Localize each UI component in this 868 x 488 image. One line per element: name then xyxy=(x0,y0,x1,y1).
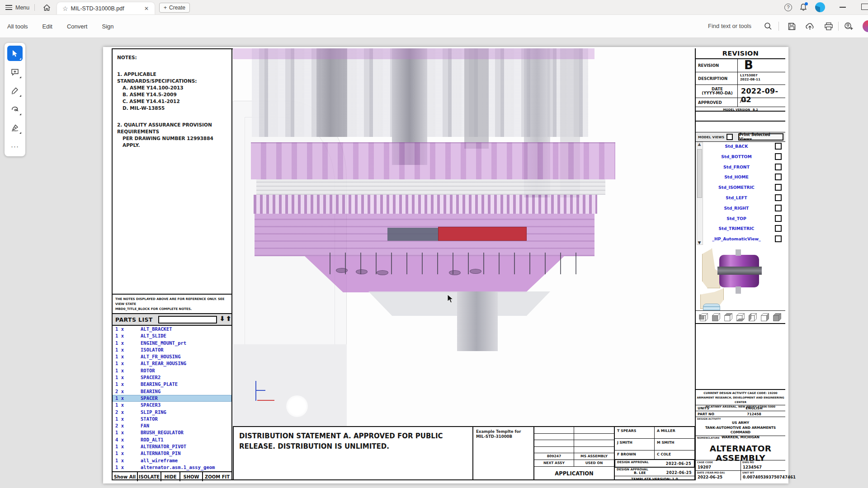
cube-left-shaded-icon[interactable] xyxy=(747,312,758,323)
parts-row-BRUSH_REGULATOR[interactable]: 1 xBRUSH_REGULATOR xyxy=(113,429,231,436)
parts-button-hide[interactable]: HIDE xyxy=(161,472,180,481)
model-view-link-_HP_AutomaticView_[interactable]: _HP_AutomaticView_ xyxy=(704,236,769,241)
parts-row-STATOR[interactable]: 1 xSTATOR xyxy=(113,416,231,422)
parts-button-isolate[interactable]: ISOLATE xyxy=(138,472,161,481)
model-preview-thumbnail[interactable] xyxy=(696,245,785,310)
parts-row-alternator.asm.1_assy_geom[interactable]: 1 xalternator.asm.1_assy_geom xyxy=(113,464,231,471)
nav-item-edit[interactable]: Edit xyxy=(42,21,53,32)
model-view-checkbox-_HP_AutomaticView_[interactable] xyxy=(775,235,782,242)
model-view-checkbox-Std_TRIMETRIC[interactable] xyxy=(775,225,782,232)
parts-row-ALT_FR_HOUSING[interactable]: 1 xALT_FR_HOUSING xyxy=(113,353,231,360)
parts-row-ALTERNATOR_PIVOT[interactable]: 1 xALTERNATOR_PIVOT xyxy=(113,443,231,450)
move-down-arrow[interactable]: ⬇ xyxy=(220,315,225,322)
parts-row-ENGINE_MOUNT_prt[interactable]: 1 xENGINE_MOUNT_prt xyxy=(113,340,231,347)
parts-button-show[interactable]: SHOW xyxy=(180,472,203,481)
model-view-checkbox-Std_RIGHT[interactable] xyxy=(775,205,782,211)
part-no-value: 712458 xyxy=(723,412,785,416)
find-label[interactable]: Find text or tools xyxy=(708,23,751,29)
model-view-link-Std_HOME[interactable]: Std_HOME xyxy=(704,174,769,179)
tab-close-icon[interactable]: ✕ xyxy=(142,5,151,13)
example-template-text: Example Templte for MIL-STD-31000B xyxy=(476,429,531,439)
cube-bottom-shaded-icon[interactable] xyxy=(735,312,746,323)
notes-title: NOTES: xyxy=(117,54,229,61)
parts-row-ALTERNATOR_PIN[interactable]: 1 xALTERNATOR_PIN xyxy=(113,450,231,457)
plus-icon: + xyxy=(164,5,167,11)
cube-top-shaded-icon[interactable] xyxy=(723,312,734,323)
unit-wt-cell: UNIT WT 0.007405393750747461 xyxy=(741,470,785,480)
model-view-checkbox-Std_BACK[interactable] xyxy=(775,143,782,150)
home-button[interactable] xyxy=(41,0,52,15)
nav-item-sign[interactable]: Sign xyxy=(101,21,114,32)
parts-button-zoom-fit[interactable]: ZOOM FIT xyxy=(203,472,231,481)
model-view-checkbox-Std_TOP[interactable] xyxy=(775,215,782,222)
select-tool[interactable] xyxy=(7,46,23,61)
document-tab[interactable]: ☆ MIL-STD-31000B.pdf ✕ xyxy=(57,2,155,15)
parts-row-SPACER3[interactable]: 1 xSPACER3 xyxy=(113,402,231,408)
parts-button-show-all[interactable]: Show All xyxy=(113,472,138,481)
model-view-link-Std_RIGHT[interactable]: Std_RIGHT xyxy=(704,206,769,211)
star-icon[interactable]: ☆ xyxy=(62,5,68,12)
model-view-checkbox-Std_LEFT[interactable] xyxy=(775,194,782,201)
print-icon[interactable] xyxy=(824,21,834,31)
parts-row-ALT_REAR_HOUSING[interactable]: 1 xALT_REAR_HOUSING xyxy=(113,360,231,367)
highlighted-spacer-part[interactable] xyxy=(438,227,527,241)
model-view-link-Std_BACK[interactable]: Std_BACK xyxy=(704,144,769,149)
parts-row-ALT_BRACKET[interactable]: 1 xALT_BRACKET xyxy=(113,326,231,333)
scroll-down-arrow[interactable]: ▼ xyxy=(697,240,702,245)
parts-row-SPACER2[interactable]: 1 xSPACER2 xyxy=(113,374,231,381)
model-view-link-Std_TRIMETRIC[interactable]: Std_TRIMETRIC xyxy=(704,226,769,231)
restore-button[interactable] xyxy=(861,4,868,10)
parts-row-BEARING_PLATE[interactable]: 1 xBEARING_PLATE xyxy=(113,381,231,388)
tab-title: MIL-STD-31000B.pdf xyxy=(71,5,142,12)
model-view-link-Std_LEFT[interactable]: Std_LEFT xyxy=(704,195,769,200)
request-signature-icon[interactable] xyxy=(844,21,854,31)
model-view-checkbox-Std_HOME[interactable] xyxy=(775,174,782,180)
more-tools-button[interactable]: ··· xyxy=(7,138,23,154)
pdf-page: NOTES: 1. APPLICABLE STANDARDS/SPECIFICA… xyxy=(103,47,788,483)
model-view-checkbox-Std_BOTTOM[interactable] xyxy=(775,153,782,160)
comment-tool[interactable] xyxy=(7,64,23,80)
parts-search-input[interactable] xyxy=(158,316,217,324)
create-label: Create xyxy=(169,5,185,11)
cube-right-shaded-icon[interactable] xyxy=(760,312,770,323)
help-icon[interactable]: ? xyxy=(784,4,792,11)
print-selected-views-button[interactable]: Print Selected Views xyxy=(738,133,783,141)
3d-model-viewport[interactable] xyxy=(233,48,695,426)
model-view-link-Std_BOTTOM[interactable]: Std_BOTTOM xyxy=(704,154,769,159)
account-avatar[interactable] xyxy=(815,2,825,12)
upload-cloud-icon[interactable] xyxy=(805,21,815,31)
model-view-link-Std_ISOMETRIC[interactable]: Std_ISOMETRIC xyxy=(704,185,769,190)
nav-item-convert[interactable]: Convert xyxy=(66,21,89,32)
parts-row-ROTOR[interactable]: 1 xROTOR xyxy=(113,367,231,374)
model-view-checkbox-Std_ISOMETRIC[interactable] xyxy=(775,184,782,191)
parts-row-SLIP_RING[interactable]: 2 xSLIP_RING xyxy=(113,409,231,416)
minimize-button[interactable] xyxy=(840,7,846,8)
highlight-tool[interactable] xyxy=(7,83,23,98)
model-view-checkbox-Std_FRONT[interactable] xyxy=(775,164,782,170)
nav-items: All toolsEditConvertSign xyxy=(6,15,115,38)
menu-button[interactable]: Menu xyxy=(5,0,29,15)
nav-item-all-tools[interactable]: All tools xyxy=(6,21,29,32)
cube-solid-icon[interactable] xyxy=(772,312,783,323)
fill-sign-tool[interactable] xyxy=(7,120,23,135)
parts-row-ALT_SLIDE[interactable]: 1 xALT_SLIDE xyxy=(113,333,231,339)
parts-row-SPACER[interactable]: 1 xSPACER xyxy=(113,395,231,402)
model-view-link-Std_FRONT[interactable]: Std_FRONT xyxy=(704,164,769,169)
create-button[interactable]: + Create xyxy=(159,3,190,13)
draw-tool[interactable] xyxy=(7,101,23,117)
parts-row-all_wireframe[interactable]: 1 xall_wireframe xyxy=(113,457,231,464)
search-icon[interactable] xyxy=(763,21,773,31)
move-up-arrow[interactable]: ⬆ xyxy=(226,315,231,322)
parts-row-ISOLATOR[interactable]: 1 xISOLATOR xyxy=(113,347,231,353)
scroll-up-arrow[interactable]: ▲ xyxy=(697,142,702,146)
save-icon[interactable] xyxy=(787,21,797,31)
scrollbar-thumb[interactable] xyxy=(697,149,702,198)
cube-front-shaded-icon[interactable] xyxy=(711,312,722,323)
cube-back-icon[interactable] xyxy=(698,312,709,323)
parts-row-ROD_ALT1[interactable]: 4 xROD_ALT1 xyxy=(113,436,231,443)
model-views-checkbox[interactable] xyxy=(726,134,733,140)
model-view-link-Std_TOP[interactable]: Std_TOP xyxy=(704,216,769,221)
ai-assistant-icon[interactable] xyxy=(863,20,868,32)
parts-row-BEARING[interactable]: 2 xBEARING xyxy=(113,388,231,395)
parts-row-FAN[interactable]: 2 xFAN xyxy=(113,422,231,429)
